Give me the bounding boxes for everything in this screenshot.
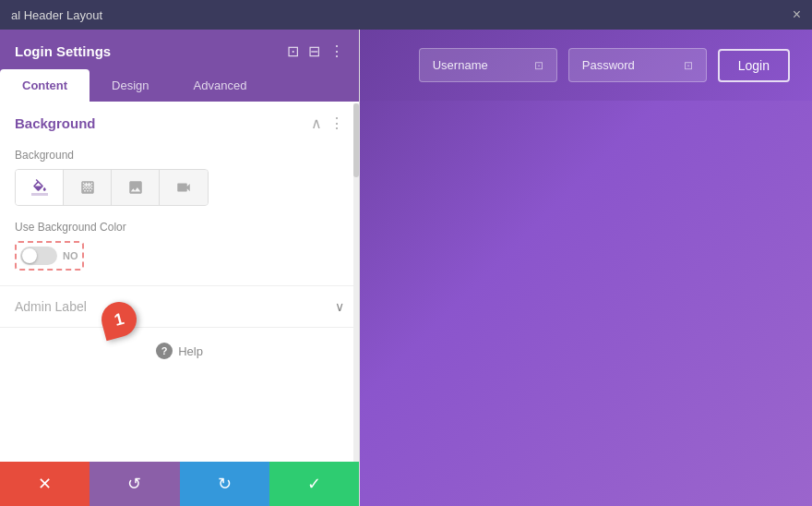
section-body: Background xyxy=(0,141,359,285)
close-button[interactable]: × xyxy=(793,7,801,22)
password-icon: ⊡ xyxy=(684,59,693,72)
panel-title: Login Settings xyxy=(15,43,111,59)
username-placeholder: Username xyxy=(433,58,488,72)
help-section: ? Help xyxy=(0,328,359,374)
toggle-state: NO xyxy=(63,250,78,261)
more-icon[interactable]: ⋮ xyxy=(329,42,344,60)
help-label[interactable]: Help xyxy=(178,344,203,358)
bg-color-toggle[interactable] xyxy=(20,247,57,265)
undo-button[interactable]: ↺ xyxy=(90,462,179,506)
tab-content[interactable]: Content xyxy=(0,69,90,102)
annotation-number: 1 xyxy=(112,309,125,331)
username-input[interactable]: Username ⊡ xyxy=(419,48,557,82)
background-field-label: Background xyxy=(15,149,344,162)
bottom-toolbar: ✕ ↺ ↻ ✓ xyxy=(0,462,359,506)
scrollbar-track xyxy=(353,103,359,462)
cancel-icon: ✕ xyxy=(38,474,52,494)
main-area: Login Settings ⊡ ⊟ ⋮ Content Design Adva… xyxy=(0,30,812,506)
tabs: Content Design Advanced xyxy=(0,69,359,102)
redo-button[interactable]: ↻ xyxy=(180,462,269,506)
background-section: Background ∧ ⋮ Background xyxy=(0,102,359,286)
panel-header-icons: ⊡ ⊟ ⋮ xyxy=(287,42,344,60)
tab-design[interactable]: Design xyxy=(90,69,171,102)
cancel-button[interactable]: ✕ xyxy=(0,462,90,506)
save-icon: ✓ xyxy=(307,474,321,494)
window-title: al Header Layout xyxy=(11,8,102,22)
save-button[interactable]: ✓ xyxy=(269,462,359,506)
use-bg-color-field: Use Background Color NO xyxy=(15,221,344,271)
toggle-knob xyxy=(22,248,37,263)
preview-header: Username ⊡ Password ⊡ Login xyxy=(360,30,812,101)
section-header: Background ∧ ⋮ xyxy=(0,102,359,141)
toggle-row: NO xyxy=(15,241,344,271)
bg-type-buttons xyxy=(15,169,209,206)
admin-label-text: Admin Label xyxy=(15,299,87,314)
left-panel: Login Settings ⊡ ⊟ ⋮ Content Design Adva… xyxy=(0,30,360,506)
window: al Header Layout × Login Settings ⊡ ⊟ ⋮ … xyxy=(0,0,812,506)
panel-header: Login Settings ⊡ ⊟ ⋮ xyxy=(0,30,359,69)
preview-area: Username ⊡ Password ⊡ Login xyxy=(360,30,812,506)
expand-icon[interactable]: ∨ xyxy=(335,299,344,314)
password-input[interactable]: Password ⊡ xyxy=(568,48,707,82)
tab-advanced[interactable]: Advanced xyxy=(172,69,269,102)
login-button[interactable]: Login xyxy=(718,49,790,82)
password-placeholder: Password xyxy=(582,58,635,72)
undo-icon: ↺ xyxy=(127,474,141,494)
panel-content: Background ∧ ⋮ Background xyxy=(0,102,359,462)
help-icon: ? xyxy=(156,343,173,359)
layout-icon[interactable]: ⊟ xyxy=(308,42,320,60)
toggle-label: Use Background Color xyxy=(15,221,344,234)
bg-type-video[interactable] xyxy=(160,170,208,205)
video-icon xyxy=(175,179,192,196)
bg-type-gradient[interactable] xyxy=(64,170,112,205)
title-bar: al Header Layout × xyxy=(0,0,812,30)
gradient-icon xyxy=(79,179,96,196)
collapse-icon[interactable]: ∧ xyxy=(311,114,322,132)
right-panel: Username ⊡ Password ⊡ Login xyxy=(360,30,812,506)
admin-label-section[interactable]: Admin Label ∨ xyxy=(0,286,359,328)
username-icon: ⊡ xyxy=(534,59,543,72)
color-fill-icon xyxy=(31,179,48,196)
redo-icon: ↻ xyxy=(218,474,232,494)
toggle-wrapper: NO xyxy=(15,241,84,271)
section-more-icon[interactable]: ⋮ xyxy=(329,114,344,132)
section-title: Background xyxy=(15,115,96,131)
responsive-icon[interactable]: ⊡ xyxy=(287,42,299,60)
image-icon xyxy=(127,179,144,196)
section-header-icons: ∧ ⋮ xyxy=(311,114,344,132)
bg-type-image[interactable] xyxy=(112,170,160,205)
bg-type-color[interactable] xyxy=(16,170,64,205)
scrollbar-thumb xyxy=(353,103,359,177)
